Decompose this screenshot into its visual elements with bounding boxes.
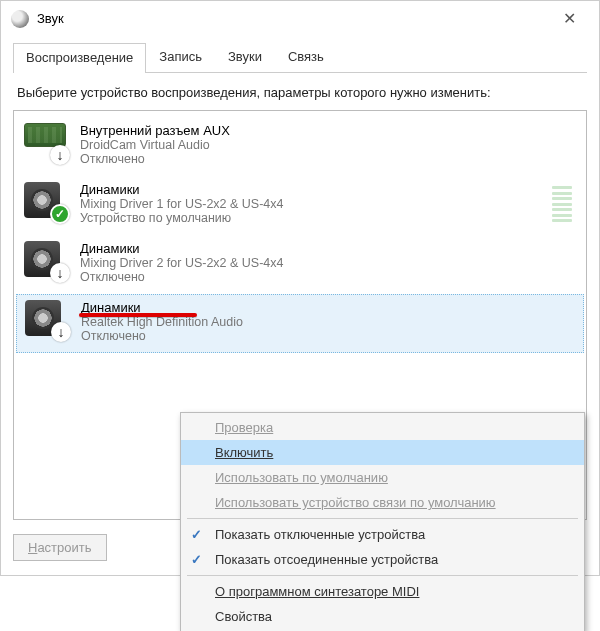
device-desc: DroidCam Virtual Audio <box>80 138 576 152</box>
device-icon-speaker: ↓ <box>24 241 66 279</box>
device-status: Устройство по умолчанию <box>80 211 576 225</box>
menu-item-enable[interactable]: Включить <box>181 440 584 465</box>
menu-item-properties[interactable]: Свойства <box>181 604 584 629</box>
menu-separator <box>187 518 578 519</box>
device-desc: Mixing Driver 2 for US-2x2 & US-4x4 <box>80 256 576 270</box>
menu-item-about-midi[interactable]: О программном синтезаторе MIDI <box>181 579 584 604</box>
device-name: Внутренний разъем AUX <box>80 123 576 138</box>
instruction-text: Выберите устройство воспроизведения, пар… <box>13 85 587 100</box>
arrow-down-icon: ↓ <box>51 322 71 342</box>
tab-sounds[interactable]: Звуки <box>215 42 275 72</box>
device-name: Динамики <box>80 182 576 197</box>
tab-recording[interactable]: Запись <box>146 42 215 72</box>
device-icon-speaker: ✓ <box>24 182 66 220</box>
device-status: Отключено <box>81 329 575 343</box>
device-row-selected[interactable]: ↓ Динамики Realtek High Definition Audio… <box>16 294 584 353</box>
window-title: Звук <box>37 11 549 26</box>
titlebar: Звук ✕ <box>1 1 599 36</box>
level-meter-icon <box>552 186 572 222</box>
arrow-down-icon: ↓ <box>50 263 70 283</box>
menu-item-test[interactable]: Проверка <box>181 415 584 440</box>
checkmark-icon: ✓ <box>50 204 70 224</box>
arrow-down-icon: ↓ <box>50 145 70 165</box>
device-row[interactable]: ↓ Внутренний разъем AUX DroidCam Virtual… <box>14 117 586 176</box>
annotation-underline <box>79 313 197 317</box>
tab-playback[interactable]: Воспроизведение <box>13 43 146 73</box>
check-icon: ✓ <box>191 552 202 567</box>
device-row[interactable]: ✓ Динамики Mixing Driver 1 for US-2x2 & … <box>14 176 586 235</box>
menu-item-set-comm-default[interactable]: Использовать устройство связи по умолчан… <box>181 490 584 515</box>
close-icon[interactable]: ✕ <box>549 9 589 28</box>
tab-communications[interactable]: Связь <box>275 42 337 72</box>
device-row[interactable]: ↓ Динамики Mixing Driver 2 for US-2x2 & … <box>14 235 586 294</box>
menu-item-show-disabled[interactable]: ✓Показать отключенные устройства <box>181 522 584 547</box>
device-desc: Mixing Driver 1 for US-2x2 & US-4x4 <box>80 197 576 211</box>
device-icon-aux: ↓ <box>24 123 66 161</box>
menu-item-set-default[interactable]: Использовать по умолчанию <box>181 465 584 490</box>
device-status: Отключено <box>80 270 576 284</box>
device-desc: Realtek High Definition Audio <box>81 315 575 329</box>
device-status: Отключено <box>80 152 576 166</box>
check-icon: ✓ <box>191 527 202 542</box>
menu-separator <box>187 575 578 576</box>
tab-strip: Воспроизведение Запись Звуки Связь <box>13 42 587 73</box>
sound-app-icon <box>11 10 29 28</box>
configure-button[interactable]: Настроить <box>13 534 107 561</box>
device-icon-speaker: ↓ <box>25 300 67 338</box>
device-name: Динамики <box>80 241 576 256</box>
context-menu: Проверка Включить Использовать по умолча… <box>180 412 585 631</box>
menu-item-show-disconnected[interactable]: ✓Показать отсоединенные устройства <box>181 547 584 572</box>
